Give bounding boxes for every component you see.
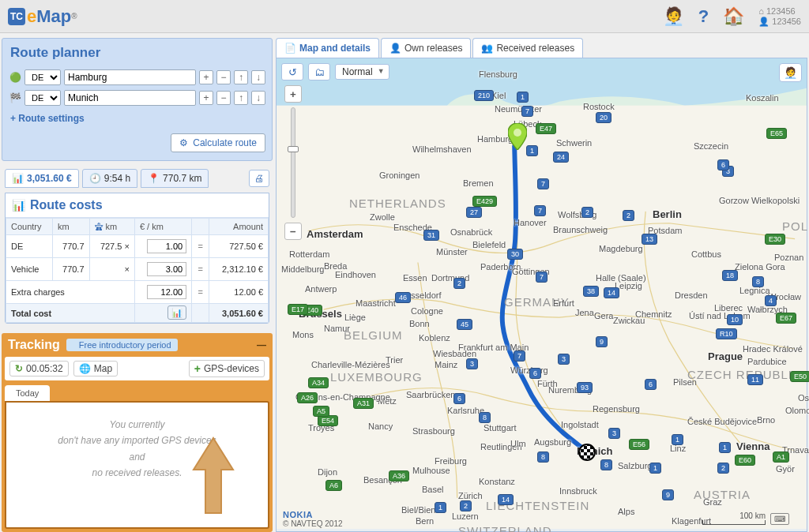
city-label: Münster <box>436 247 468 257</box>
city-label: Mainz <box>435 360 457 369</box>
map-layers-button[interactable]: 🗂 <box>308 63 330 81</box>
main-tabs: 📄Map and details 👤Own releases 👥Received… <box>273 38 807 58</box>
city-label: Graz <box>703 497 722 507</box>
road-shield: E30 <box>765 234 785 245</box>
road-shield: 2 <box>460 500 472 511</box>
rate-extra-input[interactable] <box>147 285 186 299</box>
tracking-title: Tracking <box>8 338 60 352</box>
end-country-select[interactable]: DE <box>24 90 61 106</box>
th-hwy: 🛣 km <box>89 219 134 235</box>
route-settings-toggle[interactable]: Route settings <box>2 108 272 129</box>
print-button[interactable]: 🖨 <box>249 170 269 187</box>
city-label: Basel <box>422 485 444 494</box>
tracking-map-button[interactable]: Map <box>73 361 118 377</box>
country-label: POL <box>782 219 808 233</box>
city-label: Zürich <box>458 491 483 500</box>
road-shield: 11 <box>747 374 763 385</box>
rate-de-input[interactable] <box>147 239 186 253</box>
tracking-gps-button[interactable]: GPS-devices <box>189 360 265 377</box>
city-label: Stuttgart <box>484 423 517 433</box>
summary-cost-tab[interactable]: 📊3,051.60 € <box>5 169 79 188</box>
map-scale: 100 km ⌨ <box>702 511 789 525</box>
road-shield: 31 <box>423 230 439 241</box>
tracking-tab-today[interactable]: Today <box>5 385 50 401</box>
summary-distance-tab[interactable]: 📍770.7 km <box>141 169 209 188</box>
route-end-pin[interactable] <box>578 444 596 461</box>
cost-row-vehicle: Vehicle 770.7 × = 2,312.10 € <box>6 258 269 281</box>
city-label: Poznan <box>774 253 803 262</box>
city-label: Vienna <box>736 440 769 452</box>
end-move-down-button[interactable]: ↓ <box>251 91 265 105</box>
road-shield: 27 <box>466 207 482 218</box>
road-shield: 7 <box>514 350 525 362</box>
clock-icon: 🕘 <box>89 173 101 184</box>
start-remove-button[interactable]: − <box>216 70 231 84</box>
received-releases-icon: 👥 <box>481 43 493 54</box>
summary-time-tab[interactable]: 🕘9:54 h <box>82 169 137 188</box>
zoom-in-button[interactable]: + <box>284 85 302 103</box>
city-label: Bielefeld <box>472 240 506 249</box>
app-header: TC eeMapMap® 🧑‍💼 ? 🏠 123456 123456 <box>0 0 809 33</box>
tracking-panel: Tracking Free introductory period — 00.0… <box>2 333 273 532</box>
road-shield: 46 <box>395 292 411 303</box>
highway-icon: 🛣 <box>95 222 103 231</box>
city-label: Breda <box>324 261 347 271</box>
own-releases-icon: 👤 <box>389 43 401 54</box>
help-icon[interactable]: ? <box>698 6 709 27</box>
zoom-handle[interactable] <box>288 146 299 152</box>
start-move-up-button[interactable]: ↑ <box>234 70 248 84</box>
road-shield: 14 <box>604 287 619 298</box>
end-city-select[interactable]: Munich <box>64 90 196 106</box>
road-shield: A5 <box>313 406 329 417</box>
start-add-button[interactable]: + <box>199 70 213 84</box>
map-keyboard-button[interactable]: ⌨ <box>770 513 789 525</box>
road-shield: 9 <box>662 489 674 500</box>
city-label: Bremen <box>463 178 494 188</box>
map-cycle-button[interactable]: ↺ <box>281 63 303 81</box>
city-label: Prague <box>708 350 743 362</box>
start-country-select[interactable]: DE <box>24 69 61 85</box>
map-canvas[interactable]: ↺ 🗂 Normal + − 🧑‍💼 <box>276 58 807 532</box>
account-ids: 123456 123456 <box>758 6 801 27</box>
th-km: km <box>53 219 89 235</box>
end-add-button[interactable]: + <box>199 91 213 105</box>
route-start-pin[interactable] <box>508 123 527 152</box>
city-label: Szczecin <box>694 141 728 151</box>
start-city-select[interactable]: Hamburg <box>64 69 196 85</box>
map-style-select[interactable]: Normal <box>335 64 389 80</box>
city-label: Braunschweig <box>553 225 608 234</box>
tracking-refresh-timer[interactable]: 00.05:32 <box>9 361 69 377</box>
end-move-up-button[interactable]: ↑ <box>234 91 248 105</box>
city-label: Hanover <box>514 218 547 227</box>
tab-own-releases[interactable]: 👤Own releases <box>381 38 471 58</box>
end-remove-button[interactable]: − <box>216 91 231 105</box>
map-details-icon: 📄 <box>284 43 296 54</box>
tab-map-details[interactable]: 📄Map and details <box>276 38 379 58</box>
support-icon[interactable]: 🧑‍💼 <box>663 6 684 27</box>
city-label: Charleville-Mézières <box>311 360 390 369</box>
rate-vehicle-input[interactable] <box>147 262 186 276</box>
road-shield: 30 <box>507 249 523 260</box>
road-shield: 6 <box>717 159 729 170</box>
city-label: Györ <box>776 464 795 474</box>
road-shield: 1 <box>526 145 538 156</box>
road-shield: E56 <box>629 439 649 450</box>
road-shield: 7 <box>521 106 533 117</box>
home-icon[interactable]: 🏠 <box>723 6 744 27</box>
city-label: Schwerin <box>556 138 592 148</box>
road-shield: 8 <box>479 412 491 423</box>
tracking-minimize-button[interactable]: — <box>257 339 266 350</box>
recalc-button[interactable]: 📊 <box>167 305 186 320</box>
road-shield: 38 <box>583 286 599 297</box>
map-support-button[interactable]: 🧑‍💼 <box>779 63 802 82</box>
calculate-route-button[interactable]: Calculate route <box>171 133 265 152</box>
road-shield: 14 <box>498 494 514 505</box>
zoom-slider[interactable] <box>291 107 295 218</box>
zoom-out-button[interactable]: − <box>284 223 302 240</box>
start-move-down-button[interactable]: ↓ <box>251 70 265 84</box>
hint-arrow-icon <box>186 434 241 521</box>
tab-received-releases[interactable]: 👥Received releases <box>472 38 583 58</box>
road-shield: 7 <box>536 272 547 283</box>
logo: TC eeMapMap® <box>8 6 77 27</box>
road-shield: 6 <box>529 368 541 379</box>
